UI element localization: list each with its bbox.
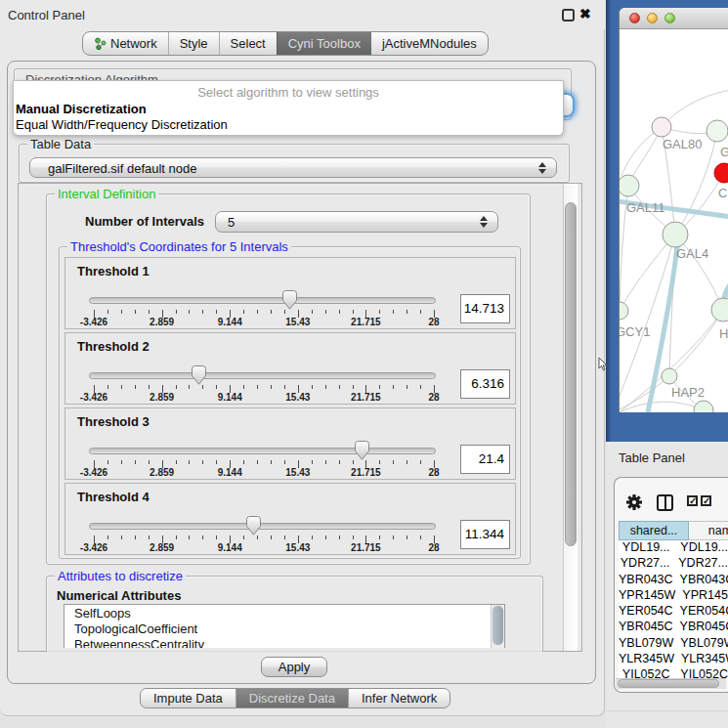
slider-tick [216,385,217,389]
cell-shared-name: YBR043C [619,573,673,588]
tab-jactivemnodules[interactable]: jActiveMNodules [371,32,488,55]
tab-cyni-toolbox[interactable]: Cyni Toolbox [277,32,371,55]
table-row[interactable]: YPR145WYPR145W [619,588,728,604]
threshold-slider-track[interactable] [89,297,436,304]
cell-name: YPR145W [675,588,728,604]
number-of-intervals-label: Number of Intervals [85,214,204,229]
network-node[interactable] [620,302,628,320]
slider-tick [420,535,421,539]
threshold-value-field[interactable]: 6.316 [460,369,510,399]
float-window-icon[interactable] [562,9,575,21]
table-row[interactable]: YDL19...YDL19... [619,540,728,556]
threshold-slider-thumb[interactable] [355,441,369,460]
table-row[interactable]: YBL079WYBL079W [619,636,728,652]
threshold-slider-thumb[interactable] [282,290,297,310]
bottom-tab-impute-data[interactable]: Impute Data [141,689,236,707]
slider-tick [149,310,150,314]
number-of-intervals-spinner[interactable]: 5 [215,211,498,233]
slider-tick [257,535,258,539]
column-layout-icon[interactable] [657,494,673,511]
tick-label: 28 [428,317,439,327]
network-node[interactable] [652,117,671,137]
threshold-slider-track[interactable] [89,448,436,454]
tick-label: 21.715 [351,542,381,553]
tab-style[interactable]: Style [168,32,219,55]
tick-label: -3.426 [80,467,107,478]
column-header-shared[interactable]: shared... [619,521,689,540]
slider-tick [176,460,177,464]
slider-tick [243,535,244,539]
checkbox-icon-1[interactable]: ✓ [687,495,698,506]
horizontal-scrollbar-thumb[interactable] [618,679,719,688]
network-node[interactable] [711,298,728,321]
close-traffic-light[interactable] [629,13,640,23]
slider-tick [284,310,285,314]
table-row[interactable]: YDR27...YDR27... [619,556,728,572]
threshold-slider-thumb[interactable] [192,365,206,385]
slider-tick [393,460,394,464]
algorithm-dropdown-list: Select algorithm to view settings Manual… [13,80,564,136]
slider-tick [189,310,190,314]
dropdown-option-manual[interactable]: Manual Discretization [16,102,147,116]
slider-tick [312,535,313,539]
minimize-traffic-light[interactable] [647,13,658,23]
tab-select[interactable]: Select [219,32,277,55]
threshold-slider-thumb[interactable] [246,516,261,535]
cell-name: YBR045C [673,620,728,635]
table-row[interactable]: YBR045CYBR045C [619,620,728,635]
apply-button[interactable]: Apply [261,657,327,677]
attribute-list-item[interactable]: BetweennessCentrality [64,636,504,648]
attributes-group-label: Attributes to discretize [55,569,186,583]
attribute-list-item[interactable]: TopologicalCoefficient [64,621,504,636]
threshold-slider-track[interactable] [89,523,436,530]
network-node[interactable] [662,368,677,384]
column-header-name[interactable]: name [689,521,728,540]
slider-tick [339,535,340,539]
panel-title: Control Panel [8,8,85,22]
network-node[interactable] [707,120,728,142]
threshold-value-field[interactable]: 14.713 [460,294,510,323]
table-data-combobox[interactable]: galFiltered.sif default node [29,157,557,178]
threshold-slider-track[interactable] [89,372,436,379]
bottom-tab-infer-network[interactable]: Infer Network [348,689,450,707]
table-row[interactable]: YIL052CYIL052C [619,667,728,678]
network-node[interactable] [620,175,639,196]
checkbox-icon-2[interactable]: ✓ [701,495,711,506]
tick-label: 21.715 [351,392,381,403]
slider-tick [121,385,122,389]
slider-tick [339,310,340,314]
node-label: H [719,326,728,341]
network-icon [94,37,107,51]
gear-icon[interactable] [625,493,643,511]
slider-tick [149,385,150,389]
close-icon[interactable]: ✖ [579,6,591,21]
bottom-tab-discretize-data[interactable]: Discretize Data [236,689,348,707]
slider-tick [325,535,326,539]
attribute-list-item[interactable]: SelfLoops [64,605,504,621]
node-label: HAP2 [671,385,705,400]
network-node[interactable] [714,163,728,183]
threshold-value-field[interactable]: 11.344 [460,520,510,549]
dropdown-option-equal-width[interactable]: Equal Width/Frequency Discretization [16,117,228,132]
threshold-value-field[interactable]: 21.4 [460,445,510,474]
slider-tick [379,535,380,539]
zoom-traffic-light[interactable] [664,13,675,23]
cell-name: YBL079W [673,636,728,652]
attributes-scrollbar-thumb[interactable] [492,606,503,645]
table-row[interactable]: YBR043CYBR043C [619,573,728,588]
network-node[interactable] [694,401,713,412]
threshold-panel-2: Threshold 2-3.4262.8599.14415.4321.71528… [64,332,516,405]
network-window: GAL80GCGAL11GAL4GCY1HHAP2 [619,8,728,412]
network-graph[interactable]: GAL80GCGAL11GAL4GCY1HHAP2 [620,29,728,412]
numerical-attributes-list[interactable]: SelfLoopsTopologicalCoefficientBetweenne… [64,604,505,648]
control-panel-titlebar [0,0,605,29]
slider-tick [189,385,190,389]
slider-tick [202,460,203,464]
slider-tick [135,535,136,539]
tick-label: 28 [428,392,439,403]
table-row[interactable]: YLR345WYLR345W [619,652,728,667]
table-row[interactable]: YER054CYER054C [619,604,728,620]
network-node[interactable] [663,222,688,247]
tab-network[interactable]: Network [83,32,168,55]
vertical-scrollbar-thumb[interactable] [565,202,577,546]
